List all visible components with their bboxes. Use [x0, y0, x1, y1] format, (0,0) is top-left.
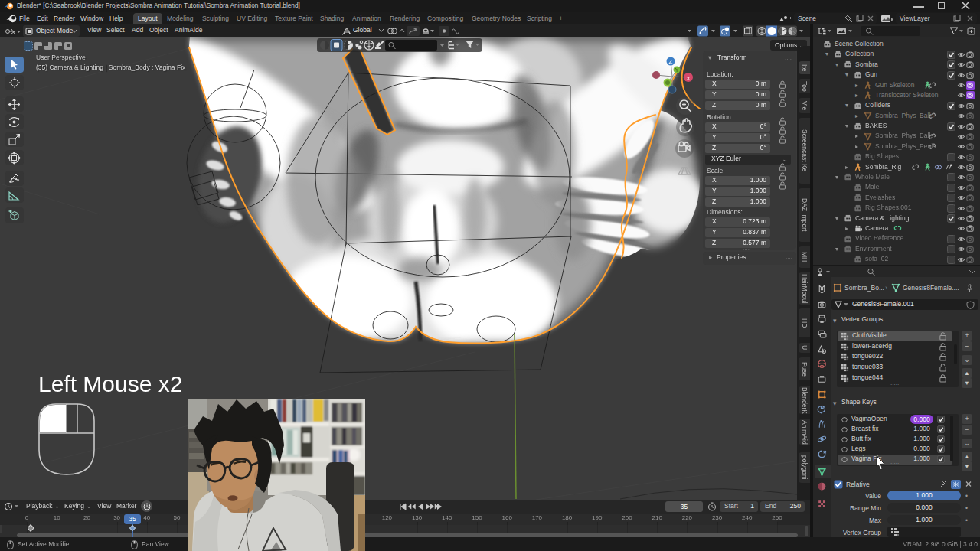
svg-text:Z: Z [669, 58, 673, 65]
svg-text:Y: Y [675, 67, 679, 73]
svg-text:X: X [686, 75, 691, 82]
